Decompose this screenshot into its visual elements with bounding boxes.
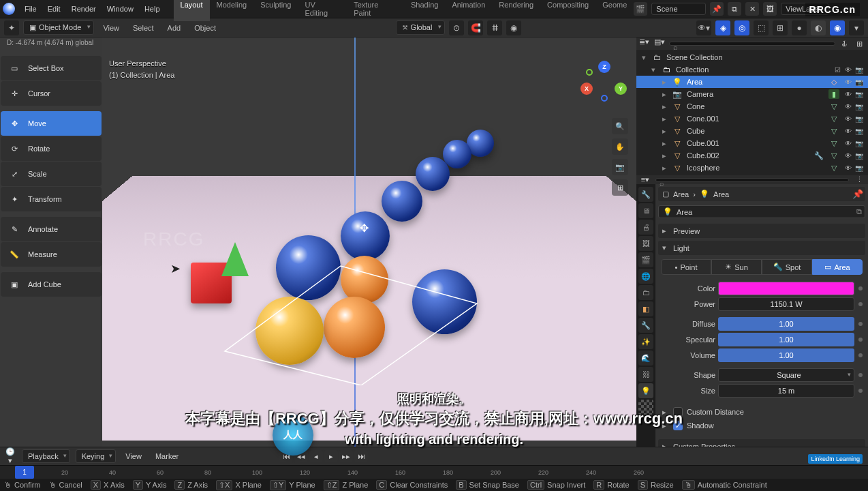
xray-icon[interactable]: ⬚ <box>754 20 769 35</box>
ws-tab-sculpting[interactable]: Sculpting <box>253 0 298 21</box>
anim-dot[interactable] <box>858 338 863 342</box>
light-color-swatch[interactable] <box>718 282 854 295</box>
chevron-right-icon[interactable]: ▸ <box>662 421 669 430</box>
timeline-view[interactable]: View <box>121 450 146 462</box>
next-key-icon[interactable]: ▸▸ <box>339 450 353 462</box>
outliner-search[interactable] <box>669 42 835 46</box>
eye-icon[interactable]: 👁 <box>843 151 853 160</box>
tool-rotate[interactable]: ⟳Rotate <box>1 136 102 161</box>
scene-new-icon[interactable]: ✕ <box>745 2 759 16</box>
mode-dropdown[interactable]: ▣Object Mode <box>23 20 94 35</box>
datablock-menu-icon[interactable]: ⧉ <box>856 207 862 216</box>
shading-rendered-icon[interactable]: ◉ <box>830 20 845 35</box>
chevron-right-icon[interactable]: ▸ <box>662 408 669 417</box>
ws-tab-rendering[interactable]: Rendering <box>492 0 540 21</box>
eye-icon[interactable]: 👁 <box>843 138 853 148</box>
gizmo-y[interactable]: Y <box>615 83 627 95</box>
tree-item-cube001[interactable]: ▸ ▽ Cube.001 ▽ 👁📷 <box>636 137 868 149</box>
chevron-right-icon[interactable]: ▸ <box>661 115 668 123</box>
timeline-editor-type-icon[interactable]: 🕒▾ <box>4 447 16 465</box>
camera-render-icon[interactable]: 📷 <box>854 138 864 148</box>
chevron-right-icon[interactable]: ▸ <box>661 90 668 99</box>
section-preview[interactable]: ▸Preview <box>658 224 865 238</box>
ws-tab-compositing[interactable]: Compositing <box>540 0 595 21</box>
menu-window[interactable]: Window <box>102 2 139 16</box>
datablock-name-field[interactable]: 💡 Area ⧉ <box>658 205 865 218</box>
anim-dot[interactable] <box>858 389 863 393</box>
anim-dot[interactable] <box>858 322 863 326</box>
camera-render-icon[interactable]: 📷 <box>854 77 864 87</box>
scene-pin-icon[interactable]: 📌 <box>710 2 724 16</box>
light-size-field[interactable]: 15 m <box>718 384 854 398</box>
pivot-icon[interactable]: ⊙ <box>449 20 464 35</box>
ws-tab-uv[interactable]: UV Editing <box>298 0 347 21</box>
tool-cursor[interactable]: ✛Cursor <box>1 81 102 106</box>
camera-render-icon[interactable]: 📷 <box>854 126 864 136</box>
camera-render-icon[interactable]: 📷 <box>854 65 864 74</box>
chevron-right-icon[interactable]: ▸ <box>661 151 668 160</box>
light-type-area[interactable]: ▭Area <box>812 259 863 275</box>
chevron-down-icon[interactable]: ▾ <box>650 65 657 74</box>
menu-help[interactable]: Help <box>139 2 166 16</box>
light-power-field[interactable]: 1150.1 W <box>718 297 854 311</box>
editor-type-icon[interactable]: ✦ <box>4 20 19 35</box>
viewlayer-browse-icon[interactable]: 🖼 <box>763 2 777 16</box>
eye-icon[interactable]: 👁 <box>843 65 853 74</box>
tree-item-icosphere[interactable]: ▸ ▽ Icosphere ▽ 👁📷 <box>636 162 868 174</box>
menu-file[interactable]: File <box>19 2 42 16</box>
camera-render-icon[interactable]: 📷 <box>854 102 864 111</box>
eye-icon[interactable]: 👁 <box>843 163 853 173</box>
pin-icon[interactable]: 📌 <box>852 189 863 199</box>
camera-render-icon[interactable]: 📷 <box>854 163 864 173</box>
shading-solid-icon[interactable]: ● <box>792 20 807 35</box>
tab-world[interactable]: 🌐 <box>638 269 653 284</box>
menu-edit[interactable]: Edit <box>42 2 66 16</box>
tool-move[interactable]: ✥Move <box>1 111 102 136</box>
keying-dropdown[interactable]: Keying <box>76 449 117 463</box>
eye-icon[interactable]: 👁 <box>843 126 853 136</box>
tree-item-camera[interactable]: ▸ 📷 Camera ▮ 👁📷 <box>636 88 868 100</box>
eye-icon[interactable]: 👁 <box>843 102 853 111</box>
jump-end-icon[interactable]: ⏭ <box>354 450 368 462</box>
tree-collection[interactable]: ▾ 🗀 Collection ☑👁📷 <box>636 63 868 76</box>
chevron-right-icon[interactable]: ▸ <box>661 127 668 136</box>
options-icon[interactable]: ⋮ <box>853 175 865 184</box>
label-shadow[interactable]: Shadow <box>687 421 714 430</box>
tool-transform[interactable]: ✦Transform <box>1 187 102 211</box>
ws-tab-layout[interactable]: Layout <box>174 0 210 21</box>
orientation-dropdown[interactable]: ⤲Global <box>396 20 446 35</box>
timeline-marker[interactable]: Marker <box>151 450 183 462</box>
tool-scale[interactable]: ⤢Scale <box>1 162 102 186</box>
tab-constraints[interactable]: ⛓ <box>638 367 653 382</box>
pan-icon[interactable]: ✋ <box>612 138 628 155</box>
outliner-displaymode-icon[interactable]: ▤▾ <box>654 38 666 50</box>
shadow-checkbox[interactable]: ✓ <box>673 421 683 430</box>
menu-render[interactable]: Render <box>66 2 102 16</box>
tree-item-area[interactable]: ▸ 💡 Area ◇ 👁📷 <box>636 76 868 88</box>
tree-item-cone001[interactable]: ▸ ▽ Cone.001 ▽ 👁📷 <box>636 113 868 125</box>
tab-data[interactable]: 💡 <box>638 383 653 398</box>
eye-icon[interactable]: 👁 <box>843 89 853 99</box>
tool-measure[interactable]: 📏Measure <box>1 242 102 267</box>
section-light[interactable]: ▾Light <box>658 241 865 255</box>
props-editor-type-icon[interactable]: ≡▾ <box>639 175 651 184</box>
zoom-icon[interactable]: 🔍 <box>612 118 628 134</box>
custom-distance-checkbox[interactable] <box>673 407 683 417</box>
chevron-right-icon[interactable]: ▸ <box>661 139 668 148</box>
light-type-sun[interactable]: ☀Sun <box>711 259 762 275</box>
gizmo-x[interactable]: X <box>580 83 593 95</box>
shading-options-icon[interactable]: ▾ <box>849 20 864 35</box>
camera-render-icon[interactable]: 📷 <box>854 114 864 123</box>
check-icon[interactable]: ☑ <box>833 65 842 74</box>
scene-copy-icon[interactable]: ⧉ <box>728 2 741 16</box>
play-icon[interactable]: ▸ <box>324 450 338 462</box>
ws-tab-shading[interactable]: Shading <box>404 0 445 21</box>
tab-modifiers[interactable]: 🔧 <box>638 318 653 333</box>
tab-collection[interactable]: 🗀 <box>638 285 653 300</box>
tool-annotate[interactable]: ✎Annotate <box>1 217 102 241</box>
chevron-right-icon[interactable]: ▸ <box>661 164 668 173</box>
gizmo-z[interactable]: Z <box>598 61 610 73</box>
timeline-ruler[interactable]: 1 20 40 60 80 100 120 140 160 180 200 22… <box>0 465 868 479</box>
light-type-point[interactable]: •Point <box>661 259 711 275</box>
camera-view-icon[interactable]: 📷 <box>612 159 628 175</box>
